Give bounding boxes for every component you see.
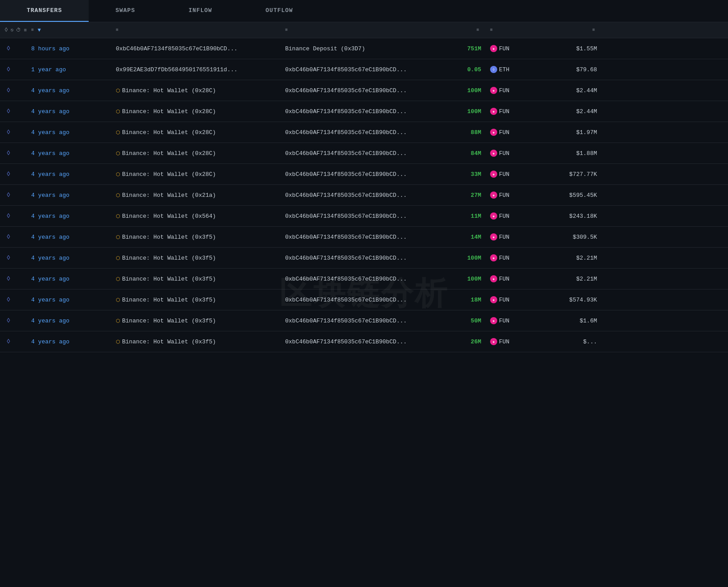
binance-icon: ⬡ xyxy=(116,339,120,345)
header-usd[interactable]: ≡ xyxy=(544,28,601,33)
row-icons: ◊ xyxy=(0,254,27,262)
to-address-text[interactable]: 0xbC46b0AF7134f85035c67eC1B90bCD... xyxy=(285,108,407,115)
from-label-text[interactable]: Binance: Hot Wallet (0x3f5) xyxy=(122,297,216,303)
table-row[interactable]: ◊ 4 years ago ⬡ Binance: Hot Wallet (0x2… xyxy=(0,185,728,206)
token-name-text: FUN xyxy=(499,150,509,157)
time-value[interactable]: 4 years ago xyxy=(31,338,70,345)
table-row[interactable]: ◊ 4 years ago ⬡ Binance: Hot Wallet (0x2… xyxy=(0,80,728,101)
to-address-text[interactable]: Binance Deposit (0x3D7) xyxy=(285,45,365,52)
table-row[interactable]: ◊ 4 years ago ⬡ Binance: Hot Wallet (0x3… xyxy=(0,331,728,352)
time-cell: 1 year ago xyxy=(27,66,111,73)
usd-value: $1.55M xyxy=(576,45,597,52)
table-row[interactable]: ◊ 4 years ago ⬡ Binance: Hot Wallet (0x2… xyxy=(0,101,728,122)
header-to[interactable]: ≡ xyxy=(281,28,432,33)
usd-cell: $2.21M xyxy=(544,275,601,282)
to-address-text[interactable]: 0xbC46b0AF7134f85035c67eC1B90bCD... xyxy=(285,234,407,241)
from-cell: ⬡ Binance: Hot Wallet (0x28C) xyxy=(111,87,281,94)
usd-value: $243.18K xyxy=(569,213,597,220)
from-label-text[interactable]: Binance: Hot Wallet (0x21a) xyxy=(122,192,216,199)
from-label-text[interactable]: Binance: Hot Wallet (0x3f5) xyxy=(122,318,216,324)
to-address-text[interactable]: 0xbC46b0AF7134f85035c67eC1B90bCD... xyxy=(285,338,407,345)
header-value[interactable]: ≡ xyxy=(432,28,486,33)
time-value[interactable]: 4 years ago xyxy=(31,213,70,220)
time-value[interactable]: 1 year ago xyxy=(31,66,66,73)
time-value[interactable]: 4 years ago xyxy=(31,150,70,157)
tab-transfers[interactable]: TRANSFERS xyxy=(0,0,89,22)
fun-token-icon: ◈ xyxy=(490,233,497,241)
tab-outflow[interactable]: OUTFLOW xyxy=(239,0,320,22)
time-value[interactable]: 4 years ago xyxy=(31,234,70,241)
table-row[interactable]: ◊ 4 years ago ⬡ Binance: Hot Wallet (0x3… xyxy=(0,248,728,269)
to-address-text[interactable]: 0xbC46b0AF7134f85035c67eC1B90bCD... xyxy=(285,192,407,199)
to-address-text[interactable]: 0xbC46b0AF7134f85035c67eC1B90bCD... xyxy=(285,276,407,282)
table-row[interactable]: ◊ 4 years ago ⬡ Binance: Hot Wallet (0x3… xyxy=(0,269,728,289)
usd-value: $2.21M xyxy=(576,276,597,282)
token-cell: ◈ FUN xyxy=(486,275,544,282)
from-label-text[interactable]: Binance: Hot Wallet (0x28C) xyxy=(122,171,216,178)
token-cell: ◈ FUN xyxy=(486,87,544,94)
header-from[interactable]: ≡ xyxy=(111,28,281,33)
value-cell: 100M xyxy=(432,254,486,261)
to-address-text[interactable]: 0xbC46b0AF7134f85035c67eC1B90bCD... xyxy=(285,213,407,220)
binance-icon: ⬡ xyxy=(116,234,120,240)
to-address-text[interactable]: 0xbC46b0AF7134f85035c67eC1B90bCD... xyxy=(285,66,407,73)
tab-inflow[interactable]: INFLOW xyxy=(162,0,239,22)
table-row[interactable]: ◊ 4 years ago ⬡ Binance: Hot Wallet (0x3… xyxy=(0,289,728,310)
time-cell: 4 years ago xyxy=(27,233,111,241)
to-address-text[interactable]: 0xbC46b0AF7134f85035c67eC1B90bCD... xyxy=(285,297,407,303)
table-row[interactable]: ◊ 4 years ago ⬡ Binance: Hot Wallet (0x5… xyxy=(0,206,728,227)
token-cell: ◈ FUN xyxy=(486,338,544,345)
from-label-text[interactable]: Binance: Hot Wallet (0x28C) xyxy=(122,150,216,157)
from-label-text[interactable]: Binance: Hot Wallet (0x3f5) xyxy=(122,234,216,241)
from-address-text[interactable]: 0x99E2AE3dD7fDb5684950176551911d... xyxy=(116,66,237,73)
table-row[interactable]: ◊ 4 years ago ⬡ Binance: Hot Wallet (0x3… xyxy=(0,310,728,331)
time-value[interactable]: 4 years ago xyxy=(31,87,70,94)
from-cell: ⬡ Binance: Hot Wallet (0x3f5) xyxy=(111,276,281,282)
tab-swaps[interactable]: SWAPS xyxy=(89,0,162,22)
fun-token-icon: ◈ xyxy=(490,275,497,282)
table-row[interactable]: ◊ 4 years ago ⬡ Binance: Hot Wallet (0x3… xyxy=(0,227,728,248)
table-row[interactable]: ◊ 4 years ago ⬡ Binance: Hot Wallet (0x2… xyxy=(0,164,728,185)
from-label-text[interactable]: Binance: Hot Wallet (0x3f5) xyxy=(122,338,216,345)
value-cell: 18M xyxy=(432,296,486,303)
usd-cell: $2.44M xyxy=(544,87,601,94)
usd-cell: $2.21M xyxy=(544,254,601,261)
value-cell: 100M xyxy=(432,87,486,94)
from-label-text[interactable]: Binance: Hot Wallet (0x3f5) xyxy=(122,276,216,282)
from-label-text[interactable]: Binance: Hot Wallet (0x564) xyxy=(122,213,216,220)
to-address-text[interactable]: 0xbC46b0AF7134f85035c67eC1B90bCD... xyxy=(285,87,407,94)
eth-chain-icon: ◊ xyxy=(4,275,12,283)
table-row[interactable]: ◊ 1 year ago 0x99E2AE3dD7fDb568495017655… xyxy=(0,59,728,80)
to-address-text[interactable]: 0xbC46b0AF7134f85035c67eC1B90bCD... xyxy=(285,129,407,136)
header-time[interactable]: ≡ ▼ xyxy=(27,27,111,33)
time-value[interactable]: 4 years ago xyxy=(31,108,70,115)
time-value[interactable]: 4 years ago xyxy=(31,318,70,324)
binance-icon: ⬡ xyxy=(116,109,120,114)
time-cell: 4 years ago xyxy=(27,275,111,282)
from-label-text[interactable]: Binance: Hot Wallet (0x28C) xyxy=(122,87,216,94)
time-value[interactable]: 4 years ago xyxy=(31,171,70,178)
time-value[interactable]: 4 years ago xyxy=(31,276,70,282)
time-value[interactable]: 4 years ago xyxy=(31,297,70,303)
header-token[interactable]: ≡ xyxy=(486,28,544,33)
to-address-text[interactable]: 0xbC46b0AF7134f85035c67eC1B90bCD... xyxy=(285,150,407,157)
time-filter-icon: ≡ xyxy=(31,28,34,33)
table-row[interactable]: ◊ 4 years ago ⬡ Binance: Hot Wallet (0x2… xyxy=(0,143,728,164)
time-value[interactable]: 4 years ago xyxy=(31,255,70,261)
from-label-text[interactable]: Binance: Hot Wallet (0x28C) xyxy=(122,108,216,115)
from-label-text[interactable]: Binance: Hot Wallet (0x28C) xyxy=(122,129,216,136)
to-address-text[interactable]: 0xbC46b0AF7134f85035c67eC1B90bCD... xyxy=(285,171,407,178)
from-label-text[interactable]: Binance: Hot Wallet (0x3f5) xyxy=(122,255,216,261)
usd-cell: $1.97M xyxy=(544,129,601,136)
link-header-icon: ⎋ xyxy=(11,27,14,33)
time-value[interactable]: 8 hours ago xyxy=(31,45,70,52)
time-value[interactable]: 4 years ago xyxy=(31,129,70,136)
time-value[interactable]: 4 years ago xyxy=(31,192,70,199)
value-amount: 100M xyxy=(467,108,481,115)
to-address-text[interactable]: 0xbC46b0AF7134f85035c67eC1B90bCD... xyxy=(285,255,407,261)
from-address-text[interactable]: 0xbC46b0AF7134f85035c67eC1B90bCD... xyxy=(116,45,237,52)
value-amount: 100M xyxy=(467,255,481,261)
to-address-text[interactable]: 0xbC46b0AF7134f85035c67eC1B90bCD... xyxy=(285,318,407,324)
table-row[interactable]: ◊ 4 years ago ⬡ Binance: Hot Wallet (0x2… xyxy=(0,122,728,143)
table-row[interactable]: ◊ 8 hours ago 0xbC46b0AF7134f85035c67eC1… xyxy=(0,38,728,59)
